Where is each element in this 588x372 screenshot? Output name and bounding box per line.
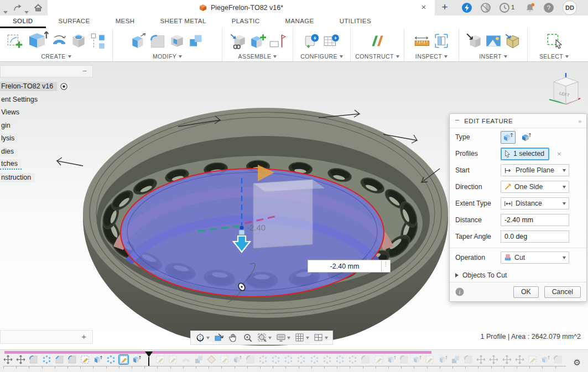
timeline-feature-move[interactable] xyxy=(3,355,13,364)
group-label-assemble[interactable]: ASSEMBLE xyxy=(238,53,277,60)
operation-dropdown[interactable]: Cut xyxy=(501,252,569,264)
timeline-feature-circular-pattern-rolled[interactable] xyxy=(271,355,280,364)
create-sketch-icon[interactable] xyxy=(6,32,24,50)
activate-component-radio-icon[interactable] xyxy=(59,82,69,91)
extensions-icon[interactable] xyxy=(480,2,491,13)
home-icon[interactable] xyxy=(33,3,43,13)
timeline-feature-sketch-rolled[interactable] xyxy=(374,355,383,364)
extent-type-dropdown[interactable]: Distance xyxy=(501,197,569,209)
redo-icon[interactable] xyxy=(12,3,22,13)
dialog-expand-icon[interactable]: » xyxy=(578,118,581,124)
timeline-feature-construction-plane-rolled[interactable] xyxy=(207,355,216,364)
rect-pattern-icon[interactable] xyxy=(89,32,107,50)
timeline-settings-gear-icon[interactable]: ⚙ xyxy=(574,358,581,368)
extrude-type-button[interactable] xyxy=(501,131,516,144)
browser-item-views[interactable]: Views xyxy=(0,107,93,118)
window-zoom-icon[interactable] xyxy=(255,331,274,344)
dimension-options-icon[interactable]: ⋮ xyxy=(382,260,391,273)
timeline-feature-sketch-rolled[interactable] xyxy=(528,355,537,364)
timeline-feature-sketch-rolled[interactable] xyxy=(220,355,229,364)
ribbon-tab-solid[interactable]: SOLID xyxy=(0,15,46,28)
ribbon-tab-surface[interactable]: SURFACE xyxy=(46,15,103,28)
joint-icon[interactable] xyxy=(268,32,286,50)
new-tab-icon[interactable]: + xyxy=(439,1,450,13)
ribbon-tab-manage[interactable]: MANAGE xyxy=(272,15,326,28)
zoom-icon[interactable] xyxy=(241,331,255,344)
direction-dropdown[interactable]: One Side xyxy=(501,181,569,193)
redo-menu-caret-icon[interactable] xyxy=(24,6,29,11)
start-dropdown[interactable]: Profile Plane xyxy=(501,164,569,176)
insert-mesh-icon[interactable] xyxy=(465,32,483,50)
browser-minimize-icon[interactable]: − xyxy=(82,66,87,75)
timeline-feature-extrude-rolled[interactable] xyxy=(412,355,422,364)
timeline-feature-fillet-rolled[interactable] xyxy=(464,355,473,364)
timeline-feature-extrude-rolled[interactable] xyxy=(387,355,396,364)
browser-item-frelon-to82-v16[interactable]: Frelon-TO82 v16 xyxy=(0,81,93,92)
objects-to-cut-expander[interactable]: Objects To Cut xyxy=(450,269,586,282)
display-settings-icon[interactable] xyxy=(274,331,293,344)
timeline-feature-move-rolled[interactable] xyxy=(515,355,524,364)
group-label-modify[interactable]: MODIFY xyxy=(153,53,182,60)
dialog-header[interactable]: − EDIT FEATURE » xyxy=(450,114,586,128)
construct-plane-icon[interactable] xyxy=(368,32,386,50)
cancel-button[interactable]: Cancel xyxy=(544,286,581,298)
group-label-select[interactable]: SELECT xyxy=(539,53,569,60)
timeline-feature-extrude[interactable] xyxy=(132,355,141,364)
timeline-feature-circular-pattern-rolled[interactable] xyxy=(335,355,345,364)
timeline-feature-circular-pattern-rolled[interactable] xyxy=(310,355,319,364)
timeline-feature-circular-pattern-rolled[interactable] xyxy=(296,355,306,364)
timeline-feature-sketch-rolled[interactable] xyxy=(155,355,165,364)
timeline-feature-fillet-rolled[interactable] xyxy=(361,355,370,364)
document-tab[interactable]: PiegeFrelon-TO82 v16* × xyxy=(48,0,435,15)
tab-close-icon[interactable]: × xyxy=(419,2,428,12)
timeline-feature-circular-pattern[interactable] xyxy=(106,355,116,364)
pan-icon[interactable] xyxy=(226,331,241,344)
timeline-feature-extrude-rolled[interactable] xyxy=(438,355,447,364)
extrude-icon[interactable] xyxy=(25,29,49,53)
thin-extrude-type-button[interactable] xyxy=(519,131,534,144)
distance-field[interactable] xyxy=(501,214,569,226)
timeline-feature-sketch[interactable] xyxy=(80,355,90,364)
timeline-feature-fillet-rolled[interactable] xyxy=(246,355,255,364)
config-table-icon[interactable] xyxy=(322,32,340,50)
timeline-feature-extrude[interactable] xyxy=(93,355,102,364)
group-label-configure[interactable]: CONFIGURE xyxy=(300,53,343,60)
combine-icon[interactable] xyxy=(188,32,205,50)
timeline-feature-chamfer[interactable] xyxy=(55,355,64,364)
grid-settings-icon[interactable] xyxy=(293,331,311,344)
browser-item-dies[interactable]: dies xyxy=(0,146,93,157)
timeline-feature-move-rolled[interactable] xyxy=(502,355,512,364)
avatar[interactable]: DD xyxy=(563,1,577,15)
group-label-construct[interactable]: CONSTRUCT xyxy=(355,53,399,60)
taper-angle-field[interactable] xyxy=(501,230,569,243)
canvas-icon[interactable] xyxy=(485,32,502,50)
timeline-feature-extrude-rolled[interactable] xyxy=(232,355,242,364)
configure-icon[interactable] xyxy=(303,32,321,50)
dialog-minimize-icon[interactable]: − xyxy=(455,116,459,124)
timeline-feature-move[interactable] xyxy=(16,355,25,364)
ribbon-tab-sheet-metal[interactable]: SHEET METAL xyxy=(147,15,218,28)
timeline-feature-fillet-rolled[interactable] xyxy=(553,355,563,364)
timeline-playhead[interactable] xyxy=(145,352,153,366)
job-status-icon[interactable] xyxy=(461,2,472,13)
timeline-feature-circular-pattern-rolled[interactable] xyxy=(258,355,268,364)
view-cube[interactable]: LEFT xyxy=(544,70,585,116)
timeline-feature-extrude-rolled[interactable] xyxy=(540,355,550,364)
add-icon[interactable]: + xyxy=(81,332,86,341)
profiles-selection-button[interactable]: 1 selected xyxy=(501,148,549,160)
ribbon-tab-mesh[interactable]: MESH xyxy=(103,15,148,28)
ribbon-tab-utilities[interactable]: UTILITIES xyxy=(327,15,384,28)
timeline-feature-revolve-rolled[interactable] xyxy=(181,355,191,364)
timeline-feature-circular-pattern-rolled[interactable] xyxy=(284,355,293,364)
info-icon[interactable]: i xyxy=(455,287,464,296)
press-pull-icon[interactable] xyxy=(129,32,147,50)
timeline-feature-fillet-rolled[interactable] xyxy=(399,355,409,364)
browser-item-tches[interactable]: tches xyxy=(0,159,93,170)
browser-header[interactable]: − xyxy=(0,65,93,77)
distance-dimension-input[interactable] xyxy=(308,260,382,273)
browser-add-bar[interactable]: + xyxy=(0,330,93,344)
undo-menu-caret-icon[interactable] xyxy=(3,6,8,11)
ribbon-tab-plastic[interactable]: PLASTIC xyxy=(219,15,273,28)
notifications-bell-icon[interactable] xyxy=(524,2,535,13)
select-icon[interactable] xyxy=(545,32,563,50)
